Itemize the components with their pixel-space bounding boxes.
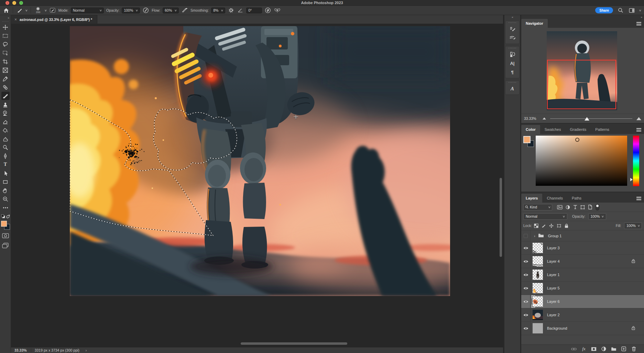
zoom-out-icon[interactable] bbox=[543, 117, 546, 119]
canvas-artwork[interactable] bbox=[70, 26, 450, 296]
new-group-icon[interactable] bbox=[611, 346, 616, 352]
airbrush-icon[interactable] bbox=[181, 7, 188, 14]
brush-angle-input[interactable]: 0° bbox=[246, 8, 262, 13]
layer-name[interactable]: Layer 5 bbox=[547, 286, 560, 290]
brush-tool-icon[interactable] bbox=[1, 92, 10, 100]
history-brush-tool-icon[interactable] bbox=[1, 109, 10, 117]
filter-smart-objects-icon[interactable] bbox=[588, 205, 592, 209]
drag-handle[interactable] bbox=[509, 82, 516, 83]
document-tab[interactable]: × astronaut.psd @ 33.3% (Layer 6, RGB/8*… bbox=[11, 15, 97, 24]
group-expand-chevron[interactable]: › bbox=[534, 234, 535, 238]
tab-color[interactable]: Color bbox=[521, 125, 540, 134]
type-tool-icon[interactable]: T bbox=[1, 160, 10, 169]
tab-navigator[interactable]: Navigator bbox=[521, 19, 548, 28]
blend-mode-select[interactable]: Normal ∨ bbox=[71, 8, 104, 13]
default-colors-icon[interactable] bbox=[1, 214, 5, 220]
close-document-icon[interactable]: × bbox=[14, 17, 17, 22]
filter-pixel-layers-icon[interactable] bbox=[557, 205, 563, 209]
layer-thumbnail[interactable] bbox=[533, 283, 543, 293]
brush-preset-picker[interactable]: 200 bbox=[34, 7, 42, 14]
layer-visibility-toggle[interactable] bbox=[521, 295, 531, 308]
symmetry-butterfly-icon[interactable] bbox=[274, 7, 281, 14]
panel-menu-icon[interactable] bbox=[636, 197, 641, 200]
tab-patterns[interactable]: Patterns bbox=[591, 125, 614, 134]
color-panel-foreground-swatch[interactable] bbox=[523, 136, 531, 143]
panel-menu-icon[interactable] bbox=[636, 22, 641, 25]
layer-row[interactable]: Layer 3 bbox=[521, 241, 644, 255]
layer-thumbnail[interactable] bbox=[533, 323, 543, 333]
clone-stamp-tool-icon[interactable] bbox=[1, 100, 10, 109]
new-adjustment-layer-icon[interactable] bbox=[601, 346, 607, 352]
layer-row[interactable]: Layer 5 bbox=[521, 282, 644, 295]
layer-visibility-toggle[interactable] bbox=[521, 322, 531, 335]
tab-layers[interactable]: Layers bbox=[521, 194, 542, 203]
layer-name[interactable]: Background bbox=[547, 326, 567, 330]
rectangle-tool-icon[interactable] bbox=[1, 178, 10, 186]
layer-name[interactable]: Layer 1 bbox=[547, 273, 560, 277]
layer-styles-icon[interactable]: fx bbox=[581, 346, 587, 352]
delete-layer-icon[interactable] bbox=[631, 346, 636, 352]
status-zoom-level[interactable]: 33.33% bbox=[11, 348, 31, 352]
drag-handle[interactable] bbox=[509, 48, 516, 48]
layer-visibility-toggle[interactable] bbox=[521, 282, 531, 295]
navigator-thumbnail[interactable] bbox=[547, 31, 617, 110]
brush-settings-panel-icon[interactable] bbox=[507, 24, 517, 33]
hue-slider[interactable] bbox=[633, 136, 639, 186]
vertical-scrollbar[interactable] bbox=[500, 178, 502, 257]
workspace-switcher-icon[interactable] bbox=[628, 7, 635, 14]
flow-input[interactable]: 60% ∨ bbox=[163, 8, 179, 13]
layer-row[interactable]: Layer 2 bbox=[521, 308, 644, 322]
share-button[interactable]: Share bbox=[595, 7, 613, 13]
dodge-tool-icon[interactable] bbox=[1, 143, 10, 151]
layer-name[interactable]: Layer 4 bbox=[547, 259, 560, 263]
search-icon[interactable] bbox=[617, 7, 624, 14]
character-panel-icon[interactable]: A| bbox=[507, 59, 517, 68]
color-picker-ring[interactable] bbox=[575, 138, 579, 142]
tools-collapse-icon[interactable]: » bbox=[0, 16, 11, 20]
hue-slider-pointer[interactable] bbox=[630, 178, 633, 181]
zoom-in-icon[interactable] bbox=[636, 117, 641, 120]
layer-thumbnail[interactable] bbox=[533, 296, 543, 307]
chevron-down-icon[interactable]: ∨ bbox=[44, 9, 47, 12]
layer-visibility-toggle[interactable] bbox=[521, 241, 531, 254]
saturation-brightness-field[interactable] bbox=[536, 136, 627, 186]
brush-tool-preset-icon[interactable] bbox=[16, 7, 23, 14]
lock-position-icon[interactable] bbox=[549, 224, 554, 228]
edit-toolbar-icon[interactable] bbox=[1, 204, 10, 212]
screen-mode-icon[interactable] bbox=[2, 243, 9, 250]
marquee-tool-icon[interactable] bbox=[1, 32, 10, 40]
toggle-brush-settings-panel-icon[interactable] bbox=[49, 7, 56, 14]
layer-visibility-toggle[interactable] bbox=[521, 230, 531, 241]
group-row[interactable]: ›Group 1 bbox=[521, 230, 644, 241]
path-select-tool-icon[interactable] bbox=[1, 169, 10, 177]
lock-artboard-icon[interactable] bbox=[557, 224, 561, 228]
layer-thumbnail[interactable] bbox=[533, 256, 543, 266]
zoom-slider-thumb[interactable] bbox=[585, 117, 589, 121]
layer-blend-mode-select[interactable]: Normal ∨ bbox=[523, 213, 567, 220]
layer-thumbnail[interactable] bbox=[533, 310, 543, 320]
eyedropper-tool-icon[interactable] bbox=[1, 75, 10, 83]
layer-row[interactable]: Layer 4 bbox=[521, 255, 644, 268]
glyphs-panel-icon[interactable]: A bbox=[507, 84, 517, 93]
home-icon[interactable] bbox=[3, 7, 10, 14]
layer-thumbnail[interactable] bbox=[533, 270, 543, 280]
layer-fill-input[interactable]: 100% ∨ bbox=[624, 223, 642, 229]
chevron-down-icon[interactable]: ∨ bbox=[25, 9, 28, 12]
zoom-tool-icon[interactable] bbox=[1, 195, 10, 203]
quick-mask-icon[interactable] bbox=[2, 233, 9, 240]
layer-row[interactable]: Layer 1 bbox=[521, 268, 644, 282]
horizontal-scrollbar[interactable] bbox=[241, 342, 347, 345]
tab-paths[interactable]: Paths bbox=[567, 194, 586, 203]
layer-name[interactable]: Layer 3 bbox=[547, 246, 560, 250]
filter-type-layers-icon[interactable] bbox=[573, 205, 577, 209]
tab-gradients[interactable]: Gradients bbox=[565, 125, 591, 134]
swap-colors-icon[interactable] bbox=[6, 214, 10, 220]
pen-tool-icon[interactable] bbox=[1, 152, 10, 160]
crop-tool-icon[interactable] bbox=[1, 57, 10, 66]
smoothing-gear-icon[interactable] bbox=[228, 7, 234, 14]
layer-row[interactable]: Layer 6 bbox=[521, 295, 644, 308]
status-chevron-icon[interactable]: › bbox=[83, 349, 89, 352]
eraser-tool-icon[interactable] bbox=[1, 117, 10, 126]
lock-transparent-pixels-icon[interactable] bbox=[534, 224, 538, 228]
panel-menu-icon[interactable] bbox=[636, 128, 641, 132]
